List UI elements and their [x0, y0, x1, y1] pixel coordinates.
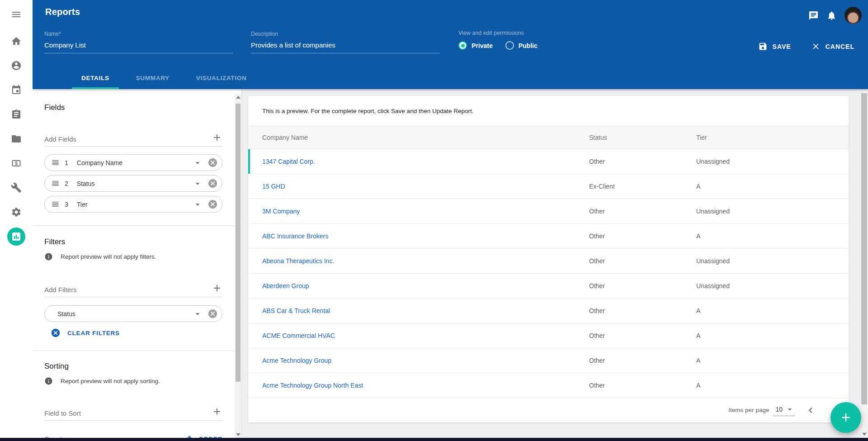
drag-handle-icon[interactable]: [51, 158, 60, 167]
company-link[interactable]: 15 GHD: [262, 183, 589, 190]
permissions-label: View and edit permissions: [458, 30, 550, 36]
company-link[interactable]: ACME Commercial HVAC: [262, 332, 589, 339]
left-nav-rail: $: [0, 0, 33, 441]
field-order: 2: [65, 180, 68, 187]
public-radio[interactable]: Public: [505, 41, 538, 50]
table-row[interactable]: 15 GHDEx-ClientA: [248, 174, 849, 199]
company-link[interactable]: Aberdeen Group: [262, 282, 589, 289]
settings-icon[interactable]: [0, 200, 33, 224]
scroll-down-icon[interactable]: [236, 433, 241, 436]
tab-details[interactable]: DETAILS: [72, 69, 119, 89]
status-cell: Ex-Client: [589, 183, 696, 190]
permissions-group: View and edit permissions Private Public: [458, 30, 550, 50]
add-report-fab[interactable]: [830, 402, 861, 433]
field-pill[interactable]: 2 Status: [44, 175, 222, 192]
name-input[interactable]: Company List: [44, 41, 233, 49]
panel-scrollbar[interactable]: [235, 94, 241, 438]
table-row[interactable]: ABC Insurance BrokersOtherA: [248, 224, 849, 249]
scroll-up-icon[interactable]: [236, 96, 241, 99]
company-link[interactable]: 1347 Capital Corp.: [262, 158, 589, 165]
table-row[interactable]: Acme Technology Group North EastOtherA: [248, 373, 849, 398]
tab-summary[interactable]: SUMMARY: [127, 69, 179, 89]
clear-filters-button[interactable]: CLEAR FILTERS: [44, 328, 222, 338]
chat-icon[interactable]: [804, 6, 822, 24]
tier-cell: A: [696, 183, 849, 190]
company-link[interactable]: 3M Company: [262, 208, 589, 215]
dropdown-caret-icon[interactable]: [193, 309, 203, 319]
table-row[interactable]: ABS Car & Truck RentalOtherA: [248, 299, 849, 323]
field-to-sort-input[interactable]: Field to Sort: [44, 406, 222, 421]
dropdown-caret-icon[interactable]: [193, 158, 203, 168]
add-filters-plus-icon[interactable]: [212, 283, 222, 294]
remove-field-icon[interactable]: [208, 178, 218, 189]
previous-page-button[interactable]: [805, 405, 816, 416]
table-row[interactable]: ACME Commercial HVACOtherA: [248, 323, 849, 348]
tasks-icon[interactable]: [0, 102, 33, 127]
private-radio[interactable]: Private: [458, 41, 493, 50]
tab-visualization[interactable]: VISUALIZATION: [187, 69, 256, 89]
documents-icon[interactable]: [0, 127, 33, 151]
home-icon[interactable]: [0, 29, 33, 53]
company-link[interactable]: ABC Insurance Brokers: [262, 232, 589, 240]
table-row[interactable]: Aberdeen GroupOtherUnassigned: [248, 274, 849, 299]
field-to-sort-plus-icon[interactable]: [212, 406, 222, 417]
chevron-left-icon: [805, 405, 816, 416]
tools-icon[interactable]: [0, 175, 33, 200]
items-per-page-select[interactable]: 10: [773, 404, 795, 416]
drag-handle-icon[interactable]: [51, 200, 60, 209]
reports-icon[interactable]: [0, 224, 33, 249]
column-header: Tier: [696, 134, 849, 141]
add-filters-input[interactable]: Add Filters: [44, 283, 222, 297]
sorting-note: Report preview will not apply sorting.: [61, 378, 160, 384]
contacts-icon[interactable]: [0, 53, 33, 78]
notifications-icon[interactable]: [822, 6, 840, 24]
dropdown-caret-icon[interactable]: [193, 199, 203, 209]
company-link[interactable]: ABS Car & Truck Rental: [262, 307, 589, 314]
panel-scrollbar-thumb[interactable]: [236, 104, 241, 382]
remove-field-icon[interactable]: [208, 157, 218, 168]
field-pill[interactable]: 3 Tier: [44, 196, 222, 213]
add-fields-input[interactable]: Add Fields: [44, 132, 222, 147]
description-field[interactable]: Description Provides a list of companies: [251, 31, 440, 53]
svg-text:$: $: [15, 161, 18, 166]
tier-cell: Unassigned: [696, 208, 849, 215]
description-input[interactable]: Provides a list of companies: [251, 41, 440, 49]
calendar-icon[interactable]: [0, 78, 33, 102]
page-scrollbar-thumb[interactable]: [861, 93, 867, 404]
field-pill[interactable]: 1 Company Name: [44, 154, 222, 171]
table-row[interactable]: 3M CompanyOtherUnassigned: [248, 199, 849, 224]
drag-handle-icon[interactable]: [51, 179, 60, 188]
tier-cell: Unassigned: [696, 158, 849, 165]
filters-heading: Filters: [44, 237, 222, 247]
billing-icon[interactable]: $: [0, 151, 33, 175]
field-label: Status: [77, 180, 95, 187]
remove-field-icon[interactable]: [208, 199, 218, 209]
table-row[interactable]: Acme Technology GroupOtherA: [248, 348, 849, 373]
user-avatar[interactable]: [844, 7, 862, 24]
menu-icon[interactable]: [0, 0, 33, 29]
page-scrollbar[interactable]: [860, 84, 868, 438]
filters-info-row: Report preview will not apply filters.: [44, 252, 222, 261]
clear-filters-icon: [51, 328, 61, 338]
scroll-down-icon[interactable]: [862, 433, 867, 436]
name-label: Name*: [44, 31, 233, 37]
remove-filter-icon[interactable]: [208, 308, 218, 319]
add-fields-plus-icon[interactable]: [212, 132, 222, 143]
tier-cell: A: [696, 357, 849, 364]
table-row[interactable]: 1347 Capital Corp.OtherUnassigned: [248, 149, 849, 174]
cancel-button[interactable]: CANCEL: [811, 42, 854, 51]
filter-pill[interactable]: Status: [44, 305, 222, 322]
tier-cell: A: [696, 382, 849, 389]
name-field[interactable]: Name* Company List: [44, 31, 233, 53]
save-button[interactable]: SAVE: [758, 42, 791, 51]
active-nav-indicator: [7, 228, 25, 246]
column-header: Status: [589, 134, 696, 141]
dropdown-caret-icon[interactable]: [193, 179, 203, 189]
info-icon: [44, 252, 53, 261]
app-window: Reports Name* Company List Description P…: [0, 0, 868, 441]
company-link[interactable]: Abeona Therapeutics Inc.: [262, 257, 589, 265]
status-cell: Other: [589, 208, 696, 215]
table-row[interactable]: Abeona Therapeutics Inc.OtherUnassigned: [248, 249, 849, 274]
company-link[interactable]: Acme Technology Group North East: [262, 382, 589, 389]
company-link[interactable]: Acme Technology Group: [262, 357, 589, 364]
